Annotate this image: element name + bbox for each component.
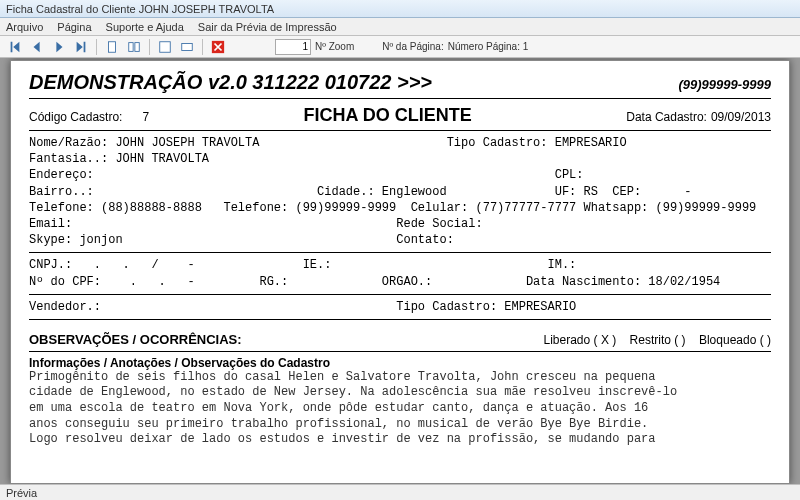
menu-arquivo[interactable]: Arquivo — [6, 21, 43, 33]
separator — [202, 39, 203, 55]
prev-page-button[interactable] — [28, 38, 46, 56]
preview-area: DEMONSTRAÇÃO v2.0 311222 010722 >>> (99)… — [0, 58, 800, 484]
divider — [29, 319, 771, 320]
status-text: Prévia — [6, 487, 37, 499]
two-page-button[interactable] — [125, 38, 143, 56]
restrito-value: ( ) — [674, 333, 685, 347]
divider — [29, 294, 771, 295]
next-page-button[interactable] — [50, 38, 68, 56]
first-page-button[interactable] — [6, 38, 24, 56]
svg-rect-1 — [129, 42, 133, 51]
svg-rect-4 — [182, 43, 193, 50]
field-telefones: Telefone: (88)88888-8888 Telefone: (99)9… — [29, 200, 771, 216]
zoom-fit-width-button[interactable] — [178, 38, 196, 56]
separator — [96, 39, 97, 55]
code-label: Código Cadastro: — [29, 110, 122, 124]
field-cpf: Nº do CPF: . . - RG.: ORGAO.: Data Nasci… — [29, 274, 771, 290]
bloqueado-value: ( ) — [760, 333, 771, 347]
header-phone: (99)99999-9999 — [678, 77, 771, 92]
menu-pagina[interactable]: Página — [57, 21, 91, 33]
page-value: Número Página: 1 — [448, 41, 529, 52]
bloqueado-label: Bloqueado — [699, 333, 756, 347]
zoom-fit-button[interactable] — [156, 38, 174, 56]
svg-rect-0 — [109, 41, 116, 52]
liberado-value: ( X ) — [594, 333, 617, 347]
divider — [29, 252, 771, 253]
date-value: 09/09/2013 — [711, 110, 771, 124]
page-label: Nº da Página: — [382, 41, 443, 52]
divider — [29, 351, 771, 352]
toolbar: Nº Zoom Nº da Página: Número Página: 1 — [0, 36, 800, 58]
last-page-button[interactable] — [72, 38, 90, 56]
page: DEMONSTRAÇÃO v2.0 311222 010722 >>> (99)… — [10, 60, 790, 484]
window-title: Ficha Cadastral do Cliente JOHN JOSEPH T… — [6, 3, 274, 15]
zoom-input[interactable] — [275, 39, 311, 55]
menubar: Arquivo Página Suporte e Ajuda Sair da P… — [0, 18, 800, 36]
liberado-label: Liberado — [544, 333, 591, 347]
separator — [149, 39, 150, 55]
info-title: Informações / Anotações / Observações do… — [29, 356, 771, 370]
divider — [29, 130, 771, 131]
code-value: 7 — [142, 110, 149, 124]
obs-title: OBSERVAÇÕES / OCORRÊNCIAS: — [29, 332, 242, 347]
statusbar: Prévia — [0, 484, 800, 500]
field-cnpj: CNPJ.: . . / - IE.: IM.: — [29, 257, 771, 273]
svg-rect-3 — [160, 41, 171, 52]
divider — [29, 98, 771, 99]
svg-rect-2 — [135, 42, 139, 51]
field-nome: Nome/Razão: JOHN JOSEPH TRAVOLTA Tipo Ca… — [29, 135, 771, 151]
field-vendedor: Vendedor.: Tipo Cadastro: EMPRESARIO — [29, 299, 771, 315]
field-email: Email: Rede Social: — [29, 216, 771, 232]
info-notes: Primogênito de seis filhos do casal Hele… — [29, 370, 771, 448]
demo-title: DEMONSTRAÇÃO v2.0 311222 010722 >>> — [29, 71, 432, 94]
date-label: Data Cadastro: — [626, 110, 707, 124]
field-endereco: Endereço: CPL: — [29, 167, 771, 183]
zoom-label: Nº Zoom — [315, 41, 354, 52]
menu-sair[interactable]: Sair da Prévia de Impressão — [198, 21, 337, 33]
field-bairro: Bairro..: Cidade.: Englewood UF: RS CEP:… — [29, 184, 771, 200]
field-fantasia: Fantasia..: JOHN TRAVOLTA — [29, 151, 771, 167]
page-title: FICHA DO CLIENTE — [149, 105, 626, 126]
field-skype: Skype: jonjon Contato: — [29, 232, 771, 248]
restrito-label: Restrito — [630, 333, 671, 347]
titlebar: Ficha Cadastral do Cliente JOHN JOSEPH T… — [0, 0, 800, 18]
close-button[interactable] — [209, 38, 227, 56]
menu-suporte[interactable]: Suporte e Ajuda — [106, 21, 184, 33]
one-page-button[interactable] — [103, 38, 121, 56]
